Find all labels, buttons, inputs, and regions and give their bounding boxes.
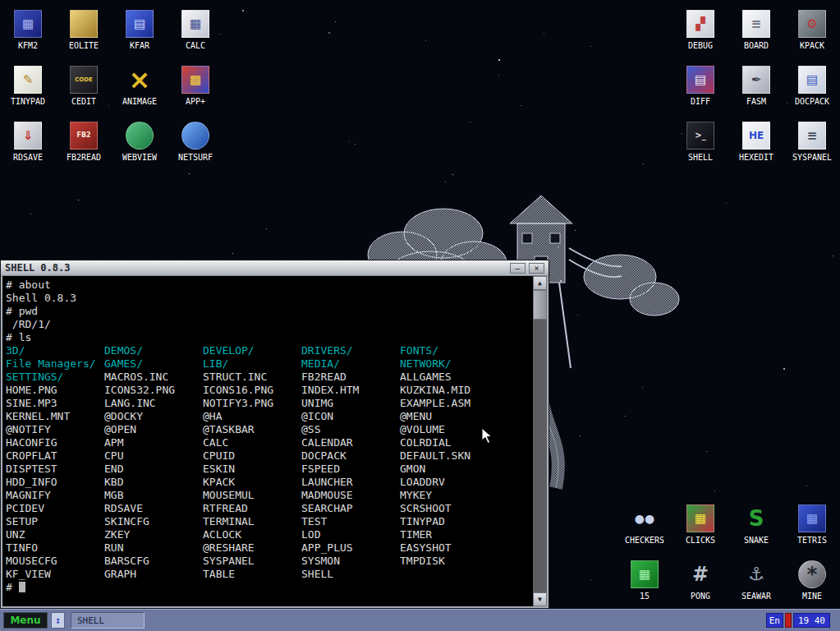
desktop-icon-board[interactable]: ≡BOARD (728, 5, 784, 61)
listing-file: SYSMON (301, 555, 400, 568)
listing-file: @OPEN (104, 423, 203, 436)
listing-row: SETTINGS/MACROS.INCSTRUCT.INCFB2READALLG… (6, 371, 533, 384)
scroll-up-button[interactable]: ▲ (533, 276, 547, 290)
fifteen-icon: ▦ (631, 560, 659, 588)
cpu-load-indicator[interactable] (785, 613, 792, 628)
desktop-icon-fasm[interactable]: ✒FASM (728, 61, 784, 117)
listing-file: UNIMG (301, 397, 400, 410)
mine-icon: * (798, 560, 826, 588)
listing-file: TABLE (203, 568, 301, 581)
listing-file: MYKEY (400, 489, 533, 502)
scroll-thumb[interactable] (533, 290, 547, 320)
listing-file: DEFAULT.SKN (400, 449, 533, 463)
language-indicator[interactable]: En (766, 613, 783, 628)
window-titlebar[interactable]: SHELL 0.8.3 – × (1, 260, 549, 276)
rdsave-icon: ⇓ (14, 122, 42, 150)
desktop-icon-tinypad[interactable]: ✎TINYPAD (0, 61, 56, 117)
taskbar-clock[interactable]: 19 40 (793, 613, 830, 628)
listing-file: TIMER (400, 528, 533, 541)
scroll-down-button[interactable]: ▼ (533, 592, 547, 606)
icon-label-calc: CALC (186, 41, 205, 50)
desktop-icon-netsurf[interactable]: NETSURF (168, 117, 223, 173)
desktop-icon-seawar[interactable]: ⚓SEAWAR (728, 555, 784, 611)
terminal-output[interactable]: # aboutShell 0.8.3# pwd /RD/1/# ls 3D/DE… (2, 276, 533, 606)
terminal-line: # pwd (6, 305, 533, 318)
listing-file: SEARCHAP (301, 502, 400, 515)
listing-file: SETUP (6, 515, 104, 528)
desktop-icon-kfm2[interactable]: ▦KFM2 (0, 5, 56, 61)
desktop-icon-clicks[interactable]: ▦CLICKS (672, 500, 728, 555)
minimize-all-button[interactable]: ↕ (51, 612, 65, 629)
taskbar-task-shell[interactable]: SHELL (71, 612, 145, 629)
icon-label-hexedit: HEXEDIT (739, 153, 773, 162)
scrollbar[interactable]: ▲ ▼ (533, 276, 547, 606)
desktop-icon-mine[interactable]: *MINE (784, 555, 840, 611)
icon-label-seawar: SEAWAR (741, 592, 771, 601)
desktop-icon-webview[interactable]: WEBVIEW (112, 117, 168, 173)
listing-file: TEST (301, 515, 400, 528)
desktop-icon-snake[interactable]: SSNAKE (728, 500, 784, 555)
listing-file: LOD (301, 528, 400, 541)
listing-directory: 3D/ (6, 344, 104, 357)
listing-row: SINE.MP3LANG.INCNOTIFY3.PNGUNIMGEXAMPLE.… (6, 397, 533, 410)
desktop-icon-fifteen[interactable]: ▦15 (617, 555, 672, 611)
desktop-icon-tetris[interactable]: ▦TETRIS (784, 500, 840, 555)
board-icon: ≡ (742, 10, 770, 38)
listing-directory: DEVELOP/ (203, 344, 301, 357)
listing-file: KERNEL.MNT (6, 410, 104, 423)
desktop-icon-kfar[interactable]: ▤KFAR (112, 5, 168, 61)
listing-row: @NOTIFY@OPEN@TASKBAR@SS@VOLUME (6, 423, 533, 436)
terminal-prompt: # (6, 581, 19, 593)
desktop-icon-rdsave[interactable]: ⇓RDSAVE (0, 117, 56, 173)
debug-icon: ▞ (686, 10, 714, 38)
listing-file: UNZ (6, 528, 104, 541)
desktop-icon-calc[interactable]: ▦CALC (168, 5, 223, 61)
listing-file: SCRSHOOT (400, 502, 533, 515)
desktop-icon-docpack[interactable]: ▤DOCPACK (784, 61, 840, 117)
terminal-line: /RD/1/ (6, 318, 533, 331)
listing-file: EXAMPLE.ASM (400, 397, 533, 410)
listing-row: PCIDEVRDSAVERTFREADSEARCHAPSCRSHOOT (6, 502, 533, 515)
desktop-icon-app-plus[interactable]: ▩APP+ (168, 61, 223, 117)
listing-file: KUZKINA.MID (400, 384, 533, 397)
listing-directory: File Managers/ (6, 357, 104, 371)
menu-button[interactable]: Menu (3, 612, 48, 629)
desktop-icon-kpack[interactable]: ⚙KPACK (784, 5, 840, 61)
listing-directory: SETTINGS/ (6, 371, 104, 384)
desktop-icon-cedit[interactable]: CODECEDIT (56, 61, 112, 117)
desktop-icon-debug[interactable]: ▞DEBUG (672, 5, 728, 61)
desktop-icon-shell[interactable]: >_SHELL (672, 117, 728, 173)
listing-row: DISPTESTENDESKINFSPEEDGMON (6, 463, 533, 476)
desktop-icon-pong[interactable]: #PONG (672, 555, 728, 611)
minimize-button[interactable]: – (510, 263, 526, 274)
listing-directory: DEMOS/ (104, 344, 203, 357)
listing-row: CROPFLATCPUCPUIDDOCPACKDEFAULT.SKN (6, 449, 533, 463)
listing-file: @RESHARE (203, 541, 301, 555)
listing-file: SHELL (301, 568, 400, 581)
close-button[interactable]: × (529, 263, 544, 274)
icon-label-checkers: CHECKERS (625, 536, 664, 545)
hexedit-icon: HE (742, 122, 770, 150)
desktop-icon-syspanel[interactable]: ≡SYSPANEL (784, 117, 840, 173)
desktop-icon-fb2read[interactable]: FB2FB2READ (56, 117, 112, 173)
syspanel-icon: ≡ (798, 122, 826, 150)
listing-file: HACONFIG (6, 436, 104, 449)
scroll-track[interactable] (533, 320, 547, 592)
desktop-icon-animage[interactable]: ×ANIMAGE (112, 61, 168, 117)
listing-file: FB2READ (301, 371, 400, 384)
taskbar: Menu ↕ SHELL En 19 40 (0, 609, 840, 631)
desktop-icon-checkers[interactable]: ●●CHECKERS (617, 500, 672, 555)
listing-row: KERNEL.MNT@DOCKY@HA@ICON@MENU (6, 410, 533, 423)
listing-file: SYSPANEL (203, 555, 301, 568)
listing-file: TMPDISK (400, 555, 533, 568)
desktop-icon-eolite[interactable]: EOLITE (56, 5, 112, 61)
icon-group-bottom-right: ●●CHECKERS▦CLICKSSSNAKE▦TETRIS▦15#PONG⚓S… (617, 500, 840, 611)
desktop-icon-hexedit[interactable]: HEHEXEDIT (728, 117, 784, 173)
icon-label-kpack: KPACK (800, 41, 824, 50)
icon-label-debug: DEBUG (688, 41, 713, 50)
listing-file: TERMINAL (203, 515, 301, 528)
listing-row: HDD_INFOKBDKPACKLAUNCHERLOADDRV (6, 476, 533, 489)
listing-file: @SS (301, 423, 400, 436)
desktop-icon-diff[interactable]: ▤DIFF (672, 61, 728, 117)
pong-icon: # (686, 560, 714, 588)
